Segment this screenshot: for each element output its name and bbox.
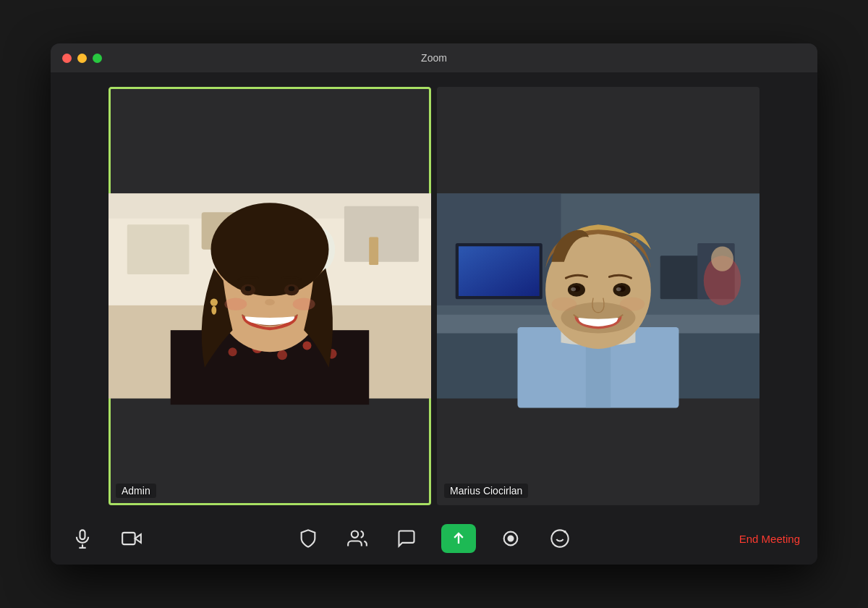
window-title: Zoom bbox=[421, 52, 447, 64]
svg-point-49 bbox=[552, 297, 576, 311]
svg-point-12 bbox=[277, 350, 287, 360]
zoom-window: Zoom bbox=[51, 43, 817, 565]
svg-point-36 bbox=[711, 246, 733, 271]
video-cell-marius: Marius Ciocirlan bbox=[437, 87, 760, 505]
svg-point-50 bbox=[620, 297, 644, 311]
svg-rect-32 bbox=[459, 246, 540, 296]
marius-portrait bbox=[437, 87, 760, 505]
svg-point-20 bbox=[245, 286, 252, 291]
toolbar-left bbox=[68, 524, 146, 553]
admin-label: Admin bbox=[116, 484, 156, 498]
toolbar-center bbox=[294, 524, 574, 553]
svg-point-59 bbox=[509, 536, 514, 541]
video-grid: Admin bbox=[109, 87, 760, 505]
close-button[interactable] bbox=[62, 54, 72, 63]
microphone-icon bbox=[72, 528, 93, 549]
svg-point-13 bbox=[302, 342, 311, 350]
video-button[interactable] bbox=[117, 524, 146, 553]
svg-marker-54 bbox=[135, 534, 141, 543]
chat-icon bbox=[396, 528, 417, 549]
svg-rect-55 bbox=[122, 533, 135, 544]
svg-point-24 bbox=[211, 306, 216, 315]
video-area: Admin bbox=[51, 72, 817, 512]
admin-portrait bbox=[109, 87, 431, 505]
minimize-button[interactable] bbox=[77, 54, 87, 63]
svg-rect-5 bbox=[344, 206, 419, 262]
record-button[interactable] bbox=[496, 524, 525, 553]
svg-point-22 bbox=[265, 299, 275, 305]
svg-point-21 bbox=[289, 286, 295, 291]
toolbar: End Meeting bbox=[51, 512, 817, 565]
svg-point-17 bbox=[211, 203, 329, 296]
svg-rect-3 bbox=[127, 224, 190, 274]
svg-rect-7 bbox=[369, 237, 378, 266]
svg-point-26 bbox=[293, 298, 315, 311]
record-icon bbox=[501, 528, 521, 549]
end-meeting-button[interactable]: End Meeting bbox=[739, 533, 800, 545]
svg-point-48 bbox=[616, 287, 621, 291]
participants-icon bbox=[347, 528, 367, 549]
svg-point-56 bbox=[352, 531, 358, 538]
svg-point-47 bbox=[571, 287, 576, 291]
maximize-button[interactable] bbox=[93, 54, 102, 63]
toolbar-right: End Meeting bbox=[739, 533, 800, 545]
titlebar: Zoom bbox=[51, 43, 817, 72]
participants-button[interactable] bbox=[343, 524, 372, 553]
camera-icon bbox=[122, 528, 142, 549]
svg-rect-51 bbox=[80, 530, 85, 539]
share-screen-button[interactable] bbox=[441, 524, 476, 553]
share-icon bbox=[448, 528, 469, 549]
reactions-icon bbox=[550, 528, 570, 549]
security-button[interactable] bbox=[294, 524, 323, 553]
video-bg-marius bbox=[437, 87, 760, 505]
svg-point-25 bbox=[224, 298, 247, 311]
svg-point-23 bbox=[210, 298, 218, 305]
chat-button[interactable] bbox=[392, 524, 421, 553]
video-cell-admin: Admin bbox=[109, 87, 431, 505]
mute-button[interactable] bbox=[68, 524, 97, 553]
window-controls bbox=[62, 54, 102, 63]
marius-label: Marius Ciocirlan bbox=[444, 484, 528, 498]
shield-icon bbox=[298, 528, 318, 549]
video-bg-admin bbox=[109, 87, 431, 505]
svg-point-60 bbox=[551, 530, 568, 546]
reactions-button[interactable] bbox=[545, 524, 574, 553]
svg-point-10 bbox=[229, 347, 237, 356]
